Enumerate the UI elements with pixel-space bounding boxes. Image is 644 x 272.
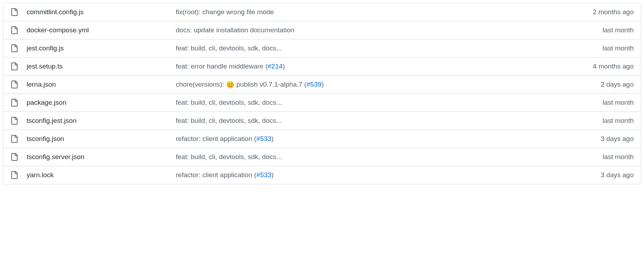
file-name-cell: tsconfig.server.json [27, 153, 176, 161]
emoji-icon: 😊 [226, 81, 235, 88]
file-name-cell: tsconfig.json [27, 135, 176, 143]
file-name-link[interactable]: lerna.json [27, 81, 56, 88]
commit-message-link[interactable]: chore(versions): 😊 publish v0.7.1-alpha.… [176, 81, 302, 88]
commit-message-text: feat: build, cli, devtools, sdk, docs... [176, 99, 282, 106]
commit-message-text: feat: error handle middleware [176, 62, 263, 70]
commit-message-cell: chore(versions): 😊 publish v0.7.1-alpha.… [176, 81, 601, 88]
paren-close: ) [322, 81, 324, 88]
issue-link[interactable]: #533 [256, 171, 271, 179]
file-name-cell: jest.config.js [27, 44, 176, 52]
paren-close: ) [271, 171, 273, 179]
commit-message-link[interactable]: docs: update installation documentation [176, 26, 294, 34]
paren-close: ) [283, 62, 285, 70]
commit-message-link[interactable]: feat: build, cli, devtools, sdk, docs... [176, 44, 282, 52]
paren-open: ( [252, 171, 256, 179]
commit-time: last month [602, 117, 634, 125]
commit-message-text: fix(root): change wrong file mode [176, 8, 274, 16]
file-icon [10, 135, 18, 143]
commit-message-cell: feat: build, cli, devtools, sdk, docs... [176, 153, 602, 161]
issue-link[interactable]: #214 [268, 62, 283, 70]
commit-time: 2 months ago [593, 8, 634, 16]
file-name-link[interactable]: jest.config.js [27, 44, 64, 52]
commit-time: last month [602, 99, 634, 107]
commit-time: 3 days ago [601, 135, 634, 143]
file-name-link[interactable]: tsconfig.jest.json [27, 117, 76, 124]
issue-link[interactable]: #533 [256, 135, 271, 142]
paren-close: ) [271, 135, 273, 142]
commit-time: 3 days ago [601, 171, 634, 179]
commit-message-suffix: publish v0.7.1-alpha.7 [235, 81, 302, 88]
commit-message-text: feat: build, cli, devtools, sdk, docs... [176, 153, 282, 161]
file-name-link[interactable]: commitlint.config.js [27, 8, 84, 16]
commit-time: last month [602, 153, 634, 161]
file-name-cell: package.json [27, 99, 176, 107]
commit-time: last month [602, 44, 634, 52]
commit-message-text: refactor: client application [176, 171, 252, 179]
commit-message-cell: feat: build, cli, devtools, sdk, docs... [176, 99, 602, 107]
commit-message-cell: feat: build, cli, devtools, sdk, docs... [176, 117, 602, 125]
commit-message-text: feat: build, cli, devtools, sdk, docs... [176, 117, 282, 124]
commit-message-link[interactable]: refactor: client application [176, 135, 252, 142]
paren-open: ( [302, 81, 307, 88]
commit-message-cell: refactor: client application (#533) [176, 135, 601, 143]
commit-message-link[interactable]: feat: build, cli, devtools, sdk, docs... [176, 99, 282, 106]
commit-message-cell: docs: update installation documentation [176, 26, 602, 34]
file-row: jest.setup.tsfeat: error handle middlewa… [3, 57, 641, 75]
file-name-link[interactable]: jest.setup.ts [27, 62, 62, 70]
commit-message-prefix: chore(versions): [176, 81, 226, 88]
file-icon [10, 99, 18, 107]
file-name-cell: yarn.lock [27, 171, 176, 179]
file-name-link[interactable]: docker-compose.yml [27, 26, 89, 34]
file-icon [10, 44, 18, 52]
file-icon [10, 171, 18, 179]
file-name-cell: lerna.json [27, 81, 176, 88]
commit-time: last month [602, 26, 634, 34]
commit-message-text: docs: update installation documentation [176, 26, 294, 34]
commit-message-link[interactable]: refactor: client application [176, 171, 252, 179]
file-name-link[interactable]: yarn.lock [27, 171, 54, 179]
commit-message-link[interactable]: feat: build, cli, devtools, sdk, docs... [176, 117, 282, 124]
file-list: commitlint.config.jsfix(root): change wr… [3, 3, 641, 184]
file-name-cell: jest.setup.ts [27, 62, 176, 70]
file-icon [10, 117, 18, 125]
commit-message-text: refactor: client application [176, 135, 252, 142]
commit-time: 4 months ago [593, 62, 634, 70]
file-row: jest.config.jsfeat: build, cli, devtools… [3, 39, 641, 57]
file-name-link[interactable]: tsconfig.server.json [27, 153, 84, 161]
file-name-link[interactable]: package.json [27, 99, 66, 106]
file-icon [10, 8, 18, 16]
file-row: tsconfig.jest.jsonfeat: build, cli, devt… [3, 111, 641, 130]
file-row: tsconfig.server.jsonfeat: build, cli, de… [3, 148, 641, 166]
file-row: package.jsonfeat: build, cli, devtools, … [3, 93, 641, 111]
file-row: commitlint.config.jsfix(root): change wr… [3, 3, 641, 21]
commit-message-cell: feat: build, cli, devtools, sdk, docs... [176, 44, 602, 52]
commit-message-cell: refactor: client application (#533) [176, 171, 601, 179]
commit-message-link[interactable]: fix(root): change wrong file mode [176, 8, 274, 16]
file-icon [10, 81, 18, 88]
file-icon [10, 153, 18, 161]
file-name-cell: tsconfig.jest.json [27, 117, 176, 125]
issue-link[interactable]: #539 [306, 81, 321, 88]
file-icon [10, 26, 18, 34]
file-row: tsconfig.jsonrefactor: client applicatio… [3, 130, 641, 148]
paren-open: ( [263, 62, 268, 70]
commit-message-cell: feat: error handle middleware (#214) [176, 62, 593, 70]
file-row: yarn.lockrefactor: client application (#… [3, 166, 641, 184]
file-row: docker-compose.ymldocs: update installat… [3, 21, 641, 39]
commit-message-link[interactable]: feat: error handle middleware [176, 62, 263, 70]
file-name-cell: docker-compose.yml [27, 26, 176, 34]
commit-message-text: feat: build, cli, devtools, sdk, docs... [176, 44, 282, 52]
commit-time: 2 days ago [601, 81, 634, 88]
paren-open: ( [252, 135, 256, 142]
file-name-link[interactable]: tsconfig.json [27, 135, 64, 142]
file-name-cell: commitlint.config.js [27, 8, 176, 16]
commit-message-cell: fix(root): change wrong file mode [176, 8, 593, 16]
commit-message-link[interactable]: feat: build, cli, devtools, sdk, docs... [176, 153, 282, 161]
file-row: lerna.jsonchore(versions): 😊 publish v0.… [3, 75, 641, 93]
file-icon [10, 62, 18, 70]
